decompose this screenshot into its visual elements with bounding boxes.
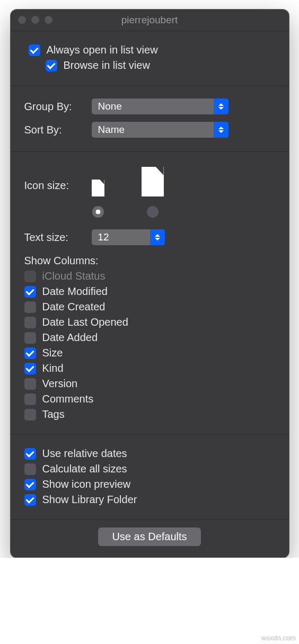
file-icon bbox=[92, 180, 104, 196]
traffic-lights bbox=[18, 16, 52, 24]
window-title: pierrejoubert bbox=[121, 14, 178, 26]
column-option: Date Last Opened bbox=[24, 316, 275, 328]
sort-by-select[interactable]: Name bbox=[92, 122, 228, 138]
stepper-icon bbox=[150, 229, 165, 245]
column-label: Tags bbox=[42, 408, 65, 421]
view-options-window: pierrejoubert Always open in list view B… bbox=[11, 10, 289, 558]
close-icon[interactable] bbox=[18, 16, 26, 24]
column-label: Date Last Opened bbox=[42, 316, 128, 328]
bottom-label: Show Library Folder bbox=[42, 494, 137, 506]
column-checkbox[interactable] bbox=[24, 378, 36, 390]
bottom-label: Show icon preview bbox=[42, 478, 131, 490]
section-bottom-options: Use relative datesCalculate all sizesSho… bbox=[11, 435, 289, 520]
group-by-value: None bbox=[98, 101, 122, 112]
text-size-value: 12 bbox=[98, 231, 109, 243]
column-option: Size bbox=[24, 347, 275, 359]
bottom-label: Use relative dates bbox=[42, 448, 127, 460]
section-group-sort: Group By: None Sort By: Name bbox=[11, 86, 289, 152]
column-label: Kind bbox=[42, 362, 64, 374]
browse-label: Browse in list view bbox=[64, 59, 150, 71]
icon-size-small-radio[interactable] bbox=[92, 206, 104, 218]
bottom-options-list: Use relative datesCalculate all sizesSho… bbox=[24, 448, 275, 506]
section-icon-text-columns: Icon size: Text size: 12 Show Columns: i… bbox=[11, 152, 289, 435]
show-columns-list: iCloud StatusDate ModifiedDate CreatedDa… bbox=[24, 270, 275, 421]
column-label: Comments bbox=[42, 393, 94, 405]
column-option: Comments bbox=[24, 393, 275, 405]
sort-by-value: Name bbox=[98, 124, 125, 136]
minimize-icon[interactable] bbox=[31, 16, 39, 24]
text-size-select[interactable]: 12 bbox=[92, 229, 165, 245]
bottom-label: Calculate all sizes bbox=[42, 463, 127, 475]
column-label: Version bbox=[42, 378, 78, 390]
titlebar: pierrejoubert bbox=[11, 10, 289, 31]
section-view-mode: Always open in list view Browse in list … bbox=[11, 31, 289, 86]
bottom-checkbox[interactable] bbox=[24, 479, 36, 490]
use-as-defaults-button[interactable]: Use as Defaults bbox=[98, 527, 200, 546]
column-label: Date Modified bbox=[42, 285, 108, 298]
column-option: Date Added bbox=[24, 332, 275, 344]
column-checkbox[interactable] bbox=[24, 301, 36, 313]
column-option: Date Modified bbox=[24, 285, 275, 298]
column-checkbox[interactable] bbox=[24, 393, 36, 405]
column-label: Date Created bbox=[42, 301, 105, 313]
bottom-option: Show icon preview bbox=[24, 478, 275, 490]
group-by-label: Group By: bbox=[24, 101, 85, 113]
column-option: Tags bbox=[24, 408, 275, 421]
sort-by-label: Sort By: bbox=[24, 124, 85, 136]
section-defaults: Use as Defaults bbox=[11, 527, 289, 546]
text-size-label: Text size: bbox=[24, 231, 85, 244]
column-checkbox bbox=[24, 271, 36, 282]
column-option: Version bbox=[24, 378, 275, 390]
stepper-icon bbox=[214, 122, 228, 138]
column-checkbox[interactable] bbox=[24, 409, 36, 421]
column-checkbox[interactable] bbox=[24, 286, 36, 298]
column-label: Size bbox=[42, 347, 63, 359]
bottom-checkbox[interactable] bbox=[24, 494, 36, 506]
column-checkbox[interactable] bbox=[24, 317, 36, 328]
column-option: iCloud Status bbox=[24, 270, 275, 282]
zoom-icon[interactable] bbox=[45, 16, 52, 24]
column-label: Date Added bbox=[42, 332, 98, 344]
file-icon bbox=[142, 167, 164, 196]
bottom-option: Calculate all sizes bbox=[24, 463, 275, 475]
column-option: Kind bbox=[24, 362, 275, 374]
browse-checkbox[interactable] bbox=[46, 60, 57, 71]
always-open-label: Always open in list view bbox=[47, 44, 158, 56]
always-open-checkbox[interactable] bbox=[29, 44, 40, 56]
icon-size-large-radio[interactable] bbox=[147, 206, 159, 218]
column-checkbox[interactable] bbox=[24, 332, 36, 344]
icon-size-label: Icon size: bbox=[24, 165, 85, 192]
stepper-icon bbox=[214, 99, 228, 114]
show-columns-heading: Show Columns: bbox=[24, 255, 275, 267]
column-checkbox[interactable] bbox=[24, 347, 36, 359]
column-option: Date Created bbox=[24, 301, 275, 313]
bottom-checkbox[interactable] bbox=[24, 448, 36, 460]
group-by-select[interactable]: None bbox=[92, 99, 228, 114]
column-checkbox[interactable] bbox=[24, 363, 36, 374]
column-label: iCloud Status bbox=[42, 270, 105, 282]
bottom-checkbox[interactable] bbox=[24, 463, 36, 475]
bottom-option: Show Library Folder bbox=[24, 494, 275, 506]
bottom-option: Use relative dates bbox=[24, 448, 275, 460]
